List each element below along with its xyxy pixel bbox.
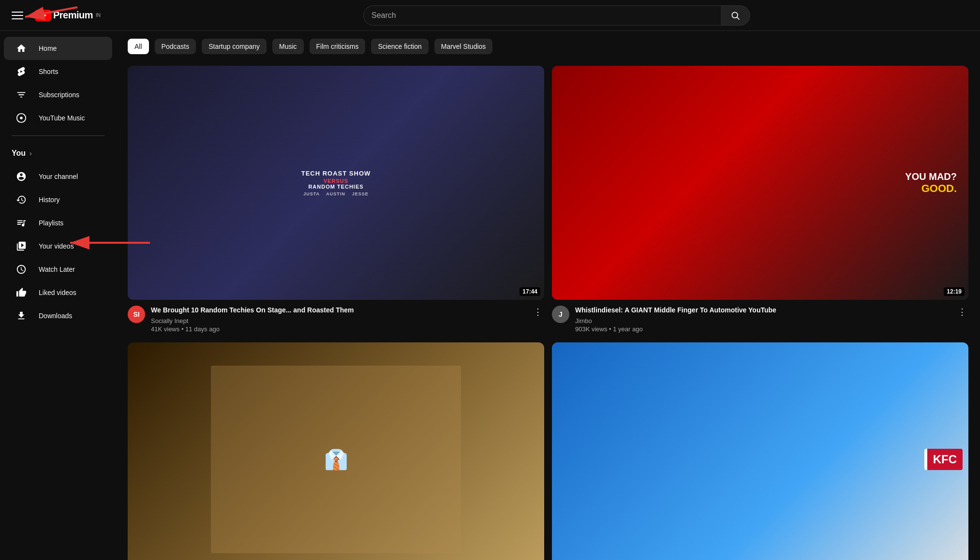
duration-badge: 17:44: [520, 287, 540, 296]
you-section-header[interactable]: You ›: [0, 142, 116, 165]
layout: Home Shorts Subscriptions: [0, 31, 980, 560]
playlists-icon: [15, 217, 27, 229]
sidebar-item-label: Liked videos: [39, 289, 76, 296]
search-area: [363, 5, 750, 26]
svg-line-10: [737, 17, 740, 19]
channel-name: Socially Inept: [151, 317, 526, 324]
sidebar-item-liked-videos[interactable]: Liked videos: [4, 281, 112, 304]
video-meta: We Brought 10 Random Techies On Stage...…: [151, 306, 526, 333]
sidebar-item-watch-later[interactable]: Watch Later: [4, 258, 112, 281]
more-options-button[interactable]: ⋮: [956, 306, 968, 318]
video-card[interactable]: KFC FR I Ate At Every KFC In The World F…: [552, 342, 968, 560]
liked-icon: [15, 287, 27, 298]
thumbnail: TECH ROAST SHOW VERSUS RANDOM TECHIES JU…: [128, 66, 544, 300]
sidebar-item-label: Subscriptions: [39, 91, 79, 99]
sidebar-item-label: Your videos: [39, 242, 74, 250]
shorts-icon: [15, 66, 27, 77]
channel-name: Jimbo: [575, 317, 950, 324]
filter-chip-marvel[interactable]: Marvel Studios: [434, 39, 493, 54]
thumbnail-overlay: 👔: [128, 342, 544, 560]
you-label: You: [12, 149, 26, 158]
sidebar-item-downloads[interactable]: Downloads: [4, 304, 112, 327]
channel-icon: [15, 171, 27, 182]
video-grid: TECH ROAST SHOW VERSUS RANDOM TECHIES JU…: [128, 66, 968, 560]
home-icon: [15, 43, 27, 54]
thumbnail-image: YOU MAD? GOOD.: [552, 66, 968, 300]
sidebar-item-label: Watch Later: [39, 265, 75, 273]
sidebar-item-your-channel[interactable]: Your channel: [4, 165, 112, 188]
premium-badge: IN: [96, 13, 101, 18]
sidebar-item-home[interactable]: Home: [4, 37, 112, 60]
video-title: We Brought 10 Random Techies On Stage...…: [151, 306, 526, 315]
header-left: Premium IN: [8, 6, 134, 25]
main-content: All Podcasts Startup company Music Film …: [116, 31, 980, 560]
subscriptions-icon: [15, 89, 27, 101]
filter-chip-music[interactable]: Music: [272, 39, 304, 54]
sidebar-item-label: Your channel: [39, 173, 78, 180]
search-input[interactable]: [363, 5, 721, 26]
search-bar: [363, 5, 750, 26]
channel-avatar: SI: [128, 306, 145, 323]
chevron-right-icon: ›: [30, 149, 32, 157]
avatar-text: J: [559, 310, 563, 318]
sidebar-item-subscriptions[interactable]: Subscriptions: [4, 83, 112, 106]
sidebar-item-label: Shorts: [39, 68, 58, 75]
video-card[interactable]: 9,155,345 👔 MB How I Made $9,155,345: [128, 342, 544, 560]
sidebar-item-label: Playlists: [39, 219, 63, 227]
video-title: Whistlindiesel: A GIANT Middle Finger To…: [575, 306, 950, 315]
history-icon: [15, 194, 27, 206]
video-meta: Whistlindiesel: A GIANT Middle Finger To…: [575, 306, 950, 333]
watch-later-icon: [15, 264, 27, 275]
header: Premium IN: [0, 0, 980, 31]
svg-rect-5: [12, 15, 23, 16]
thumbnail-image: KFC: [552, 342, 968, 560]
filter-chip-film[interactable]: Film criticisms: [310, 39, 366, 54]
svg-point-9: [732, 12, 738, 18]
video-stats: 41K views • 11 days ago: [151, 325, 526, 333]
sidebar-item-shorts[interactable]: Shorts: [4, 60, 112, 83]
avatar-text: SI: [133, 310, 139, 318]
sidebar-item-playlists[interactable]: Playlists: [4, 211, 112, 235]
more-options-button[interactable]: ⋮: [532, 306, 544, 318]
filter-chip-podcasts[interactable]: Podcasts: [155, 39, 196, 54]
filter-chip-startup[interactable]: Startup company: [202, 39, 267, 54]
filter-chip-all[interactable]: All: [128, 39, 149, 54]
menu-button[interactable]: [8, 6, 27, 25]
logo[interactable]: Premium IN: [35, 10, 101, 21]
filter-chip-scifi[interactable]: Science fiction: [371, 39, 428, 54]
video-info: SI We Brought 10 Random Techies On Stage…: [128, 306, 544, 333]
channel-avatar: J: [552, 306, 569, 323]
filter-bar: All Podcasts Startup company Music Film …: [128, 39, 968, 54]
sidebar-item-history[interactable]: History: [4, 188, 112, 211]
duration-badge: 12:19: [944, 287, 965, 296]
video-card[interactable]: YOU MAD? GOOD. 12:19 J Whistlindiesel: A…: [552, 66, 968, 333]
thumbnail: YOU MAD? GOOD. 12:19: [552, 66, 968, 300]
thumbnail: KFC: [552, 342, 968, 560]
logo-text: Premium: [53, 10, 93, 21]
sidebar-item-youtube-music[interactable]: YouTube Music: [4, 106, 112, 130]
thumbnail-image: TECH ROAST SHOW VERSUS RANDOM TECHIES JU…: [128, 66, 544, 300]
sidebar-item-your-videos[interactable]: Your videos: [4, 235, 112, 258]
search-button[interactable]: [721, 5, 750, 26]
svg-rect-6: [12, 18, 23, 19]
youtube-icon: [35, 10, 51, 21]
sidebar-item-label: Home: [39, 44, 57, 52]
sidebar-divider: [12, 135, 104, 136]
video-stats: 903K views • 1 year ago: [575, 325, 950, 333]
svg-point-12: [20, 117, 23, 119]
downloads-icon: [15, 310, 27, 322]
sidebar: Home Shorts Subscriptions: [0, 31, 116, 560]
thumbnail: 9,155,345 👔: [128, 342, 544, 560]
video-card[interactable]: TECH ROAST SHOW VERSUS RANDOM TECHIES JU…: [128, 66, 544, 333]
svg-rect-4: [12, 12, 23, 13]
sidebar-item-label: YouTube Music: [39, 114, 85, 122]
your-videos-icon: [15, 240, 27, 252]
sidebar-item-label: Downloads: [39, 312, 72, 320]
music-icon: [15, 112, 27, 124]
sidebar-item-label: History: [39, 196, 60, 204]
video-info: J Whistlindiesel: A GIANT Middle Finger …: [552, 306, 968, 333]
